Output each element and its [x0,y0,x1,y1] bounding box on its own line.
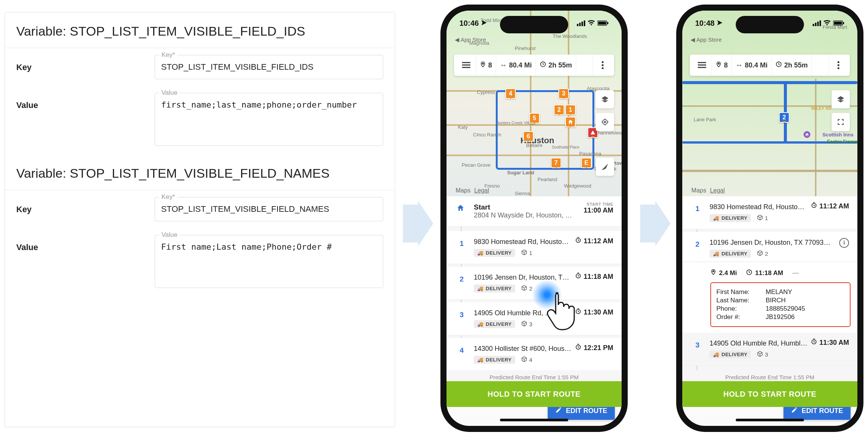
stop-row[interactable]: 3 14905 Old Humble Rd, Humble… 🚚DELIVERY… [682,333,857,366]
box-count: 1 [529,250,532,256]
map-label: Eastex Freeway - North [827,139,857,144]
svg-point-29 [837,67,839,69]
info-icon[interactable]: i [839,238,849,248]
layers-button[interactable] [832,90,850,108]
menu-button[interactable] [456,55,476,76]
stop-row[interactable]: 2 10196 Jensen Dr, Houston, TX… 🚚DELIVER… [447,267,622,300]
stop-row[interactable]: 1 9830 Homestead Rd, Houston,… 🚚DELIVERY… [682,196,857,229]
svg-point-25 [718,63,719,64]
map-legal[interactable]: Legal [710,187,725,194]
map-stop-marker[interactable]: 3 [558,88,569,99]
pin-icon [716,61,722,70]
svg-rect-7 [462,67,470,68]
hold-start-route-button[interactable]: HOLD TO START ROUTE [682,381,857,407]
stop-row[interactable]: 3 14905 Old Humble Rd, H… 🚚DELIVERY 3 11… [447,302,622,335]
back-to-appstore[interactable]: ◀ App Store [691,36,722,43]
svg-point-11 [602,64,603,66]
truck-icon: 🚚 [477,250,484,256]
key-label-1: Key [16,55,155,79]
field-key: First Name: [716,288,766,296]
map-stop-marker[interactable]: 1 [565,105,576,115]
box-count: 2 [765,250,768,257]
stop-row[interactable]: 1 9830 Homestead Rd, Houston,… 🚚DELIVERY… [447,231,622,264]
notch [500,16,568,33]
flow-arrow-icon [402,201,434,246]
box-icon [521,321,527,328]
svg-point-27 [837,61,839,63]
location-icon [717,19,723,28]
distance-icon: ↔ [500,61,507,69]
svg-rect-24 [698,67,706,68]
map-label: Cinco Ranch [473,132,501,138]
hold-start-route-button[interactable]: HOLD TO START ROUTE [447,381,622,407]
svg-point-10 [602,61,603,63]
map-stop-marker[interactable]: 7 [551,158,561,168]
value-legend-1: Value [159,89,180,97]
key-input-2[interactable] [155,197,383,221]
box-icon [521,249,527,257]
eta-icon [575,272,581,281]
fullscreen-button[interactable] [832,113,850,131]
home-indicator[interactable] [500,419,568,421]
detail-time: 11:18 AM [755,269,783,277]
map-stop-marker[interactable]: 4 [505,88,516,99]
toolbar-duration: 2h 55m [548,61,572,69]
field-key: Order #: [716,313,766,321]
box-count: 4 [529,357,532,363]
stop-number: 2 [456,275,467,283]
stop-addr: 9830 Homestead Rd, Houston,… [474,238,572,246]
map-label: Southside Place [552,145,579,149]
toolbar-distance: 80.4 Mi [509,61,532,69]
stop-row[interactable]: 4 14300 Hollister St #600, Houst… 🚚DELIV… [447,338,622,371]
battery-icon [597,19,609,28]
svg-rect-23 [698,64,706,66]
eta-icon [811,202,817,210]
toolbar-more-button[interactable] [593,55,612,76]
compass-button[interactable] [596,158,614,176]
map-home-marker[interactable] [565,117,576,127]
distance-icon: ↔ [736,61,743,69]
menu-button[interactable] [692,55,712,76]
home-indicator[interactable] [736,419,804,421]
box-icon [757,214,763,222]
stop-list[interactable]: Start 2804 N Wayside Dr, Houston, TX 77…… [447,196,622,384]
locate-button[interactable] [596,113,614,131]
key-input-1[interactable] [155,55,383,79]
back-to-appstore[interactable]: ◀ App Store [455,36,486,43]
wifi-icon [823,19,831,28]
map-end-marker[interactable]: E [581,158,592,168]
battery-icon [833,19,844,28]
layers-button[interactable] [596,90,614,108]
value-input-1[interactable] [155,93,383,146]
map-legal[interactable]: Legal [474,187,489,194]
stop-number: 3 [692,341,703,349]
value-label-2: Value [16,235,155,290]
map-stop-marker[interactable]: 5 [529,113,540,124]
stop-list[interactable]: 1 9830 Homestead Rd, Houston,… 🚚DELIVERY… [682,196,857,384]
stop-number: 1 [692,205,703,213]
stop-details: 2.4 Mi 11:18 AM — First Name:MELANY Last… [682,262,857,335]
value-input-2[interactable] [155,235,383,288]
eta-icon [575,344,581,352]
svg-rect-20 [834,22,842,25]
box-icon [757,351,763,358]
map-label: WILEY RD [811,106,832,111]
status-time: 10:46 [459,19,479,28]
svg-rect-4 [607,22,608,24]
map-label: Katy [458,124,468,130]
key-label-2: Key [16,197,155,221]
stop-row-start[interactable]: Start 2804 N Wayside Dr, Houston, TX 77…… [447,196,622,227]
map-label: Scottish Inns [823,132,854,138]
toolbar-stops: 8 [724,61,728,69]
toolbar-more-button[interactable] [829,55,848,76]
start-time-label: START TIME [584,202,613,206]
map-stop-marker[interactable]: 6 [523,131,534,142]
stop-row-expanded[interactable]: 2 10196 Jensen Dr, Houston, TX 77093, US… [682,232,857,262]
svg-point-8 [482,63,483,64]
map-stop-marker[interactable]: 2 [554,105,564,115]
toolbar-distance: 80.4 Mi [745,61,768,69]
map-current-stop-marker[interactable]: 2 [779,112,790,123]
svg-point-12 [602,67,603,69]
stop-time: 11:12 AM [584,237,613,245]
truck-icon: 🚚 [713,251,719,257]
